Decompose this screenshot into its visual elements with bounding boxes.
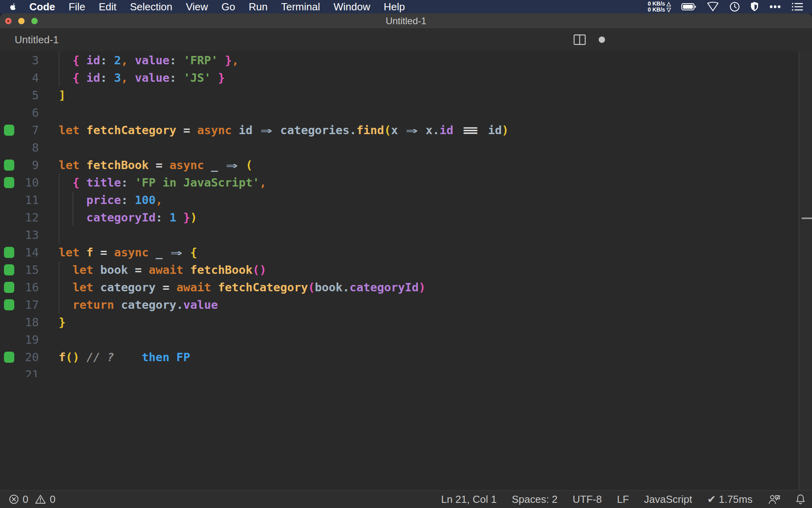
up-arrow-icon: △ [666, 0, 671, 7]
code-text: { id: 3, value: 'JS' } [59, 69, 225, 87]
line-number[interactable]: 5 [0, 87, 39, 104]
line-number[interactable]: 14 [0, 244, 39, 261]
line-number[interactable]: 3 [0, 52, 39, 69]
list-menu-icon[interactable] [791, 2, 803, 12]
cursor-position[interactable]: Ln 21, Col 1 [441, 493, 496, 506]
language-mode[interactable]: JavaScript [644, 493, 692, 506]
zoom-button[interactable] [31, 18, 38, 24]
code-line-4[interactable]: 4 { id: 3, value: 'JS' } [0, 69, 812, 87]
line-number[interactable]: 7 [0, 121, 39, 139]
minimize-button[interactable] [18, 18, 25, 24]
code-line-10[interactable]: 10 { title: 'FP in JavaScript', [0, 174, 812, 191]
code-line-3[interactable]: 3 { id: 2, value: 'FRP' }, [0, 52, 812, 69]
code-text: } [59, 314, 65, 331]
menu-help[interactable]: Help [384, 0, 405, 13]
code-line-14[interactable]: 14let f = async _ ⇒ { [0, 244, 812, 261]
error-count: 0 [23, 493, 28, 506]
window-title: Untitled-1 [0, 13, 812, 29]
code-line-12[interactable]: 12 categoryId: 1 }) [0, 209, 812, 226]
overview-ruler-border [799, 52, 799, 490]
warning-icon [35, 494, 46, 504]
line-number[interactable]: 17 [0, 296, 39, 314]
shield-icon[interactable] [750, 2, 759, 12]
code-text: categoryId: 1 }) [59, 209, 197, 226]
warning-count: 0 [50, 493, 55, 506]
code-line-21[interactable]: 21 [0, 366, 812, 377]
code-line-8[interactable]: 8 [0, 139, 812, 156]
notifications-bell-icon[interactable] [795, 494, 806, 505]
feedback-icon[interactable] [768, 494, 780, 505]
line-number[interactable]: 4 [0, 69, 39, 87]
code-editor[interactable]: 3 { id: 2, value: 'FRP' },4 { id: 3, val… [0, 52, 812, 490]
code-line-6[interactable]: 6 [0, 104, 812, 121]
line-number[interactable]: 9 [0, 156, 39, 174]
code-text: return category.value [59, 296, 218, 314]
code-text: let fetchBook = async _ ⇒ ( [59, 156, 253, 174]
line-number[interactable]: 13 [0, 226, 39, 244]
split-editor-button[interactable] [573, 34, 586, 45]
menu-selection[interactable]: Selection [130, 0, 172, 13]
apple-logo-icon[interactable] [9, 2, 17, 12]
encoding[interactable]: UTF-8 [573, 493, 602, 506]
end-of-line[interactable]: LF [617, 493, 629, 506]
indent-guide [59, 226, 59, 244]
code-text: price: 100, [59, 191, 163, 209]
code-line-16[interactable]: 16 let category = await fetchCategory(bo… [0, 279, 812, 296]
line-number[interactable]: 11 [0, 191, 39, 209]
status-bar: 0 0 Ln 21, Col 1Spaces: 2UTF-8LFJavaScri… [0, 490, 812, 508]
menu-file[interactable]: File [69, 0, 85, 13]
code-text: { title: 'FP in JavaScript', [59, 174, 266, 191]
code-viewport: 3 { id: 2, value: 'FRP' },4 { id: 3, val… [0, 52, 812, 377]
overview-ruler[interactable] [799, 52, 812, 490]
overview-ruler-cursor-marker [802, 217, 812, 219]
code-text: let category = await fetchCategory(book.… [59, 279, 426, 296]
code-text: f() // ? then FP [59, 348, 190, 366]
line-number[interactable]: 18 [0, 314, 39, 331]
menu-view[interactable]: View [186, 0, 208, 13]
ellipsis-icon[interactable] [769, 5, 781, 9]
menu-window[interactable]: Window [333, 0, 370, 13]
code-line-15[interactable]: 15 let book = await fetchBook() [0, 261, 812, 279]
battery-icon[interactable] [681, 2, 696, 11]
open-file-name: Untitled-1 [15, 29, 59, 51]
code-line-7[interactable]: 7let fetchCategory = async id ⇒ categori… [0, 121, 812, 139]
line-number[interactable]: 19 [0, 331, 39, 348]
menu-terminal[interactable]: Terminal [281, 0, 320, 13]
code-line-9[interactable]: 9let fetchBook = async _ ⇒ ( [0, 156, 812, 174]
menu-run[interactable]: Run [249, 0, 268, 13]
line-number[interactable]: 8 [0, 139, 39, 156]
wifi-icon[interactable] [707, 2, 719, 12]
code-line-11[interactable]: 11 price: 100, [0, 191, 812, 209]
code-line-13[interactable]: 13 [0, 226, 812, 244]
editor-title-bar: Untitled-1 [0, 29, 812, 51]
clock-icon[interactable] [730, 2, 740, 12]
macos-menu-bar: CodeFileEditSelectionViewGoRunTerminalWi… [0, 0, 812, 13]
problems-indicator[interactable]: 0 0 [0, 493, 56, 506]
close-button[interactable] [5, 18, 11, 24]
network-speed-indicator[interactable]: 0 KB/s △ 0 KB/s ▽ [648, 1, 671, 13]
code-line-18[interactable]: 18} [0, 314, 812, 331]
code-text: let f = async _ ⇒ { [59, 244, 197, 261]
error-icon [9, 494, 19, 504]
line-number[interactable]: 10 [0, 174, 39, 191]
line-number[interactable]: 16 [0, 279, 39, 296]
code-line-17[interactable]: 17 return category.value [0, 296, 812, 314]
menu-go[interactable]: Go [222, 0, 236, 13]
line-number[interactable]: 20 [0, 348, 39, 366]
quokka-run-time[interactable]: ✔ 1.75ms [707, 493, 753, 506]
line-number[interactable]: 21 [0, 366, 39, 377]
unsaved-changes-indicator[interactable] [599, 37, 605, 43]
menu-edit[interactable]: Edit [99, 0, 117, 13]
code-text: let fetchCategory = async id ⇒ categorie… [59, 121, 509, 139]
code-line-5[interactable]: 5] [0, 87, 812, 104]
code-line-20[interactable]: 20f() // ? then FP [0, 348, 812, 366]
indent-setting[interactable]: Spaces: 2 [512, 493, 558, 506]
line-number[interactable]: 6 [0, 104, 39, 121]
menu-code[interactable]: Code [29, 0, 55, 13]
window-title-bar: Untitled-1 [0, 13, 812, 29]
code-text: ] [59, 87, 65, 104]
line-number[interactable]: 15 [0, 261, 39, 279]
code-text: let book = await fetchBook() [59, 261, 266, 279]
line-number[interactable]: 12 [0, 209, 39, 226]
code-line-19[interactable]: 19 [0, 331, 812, 348]
